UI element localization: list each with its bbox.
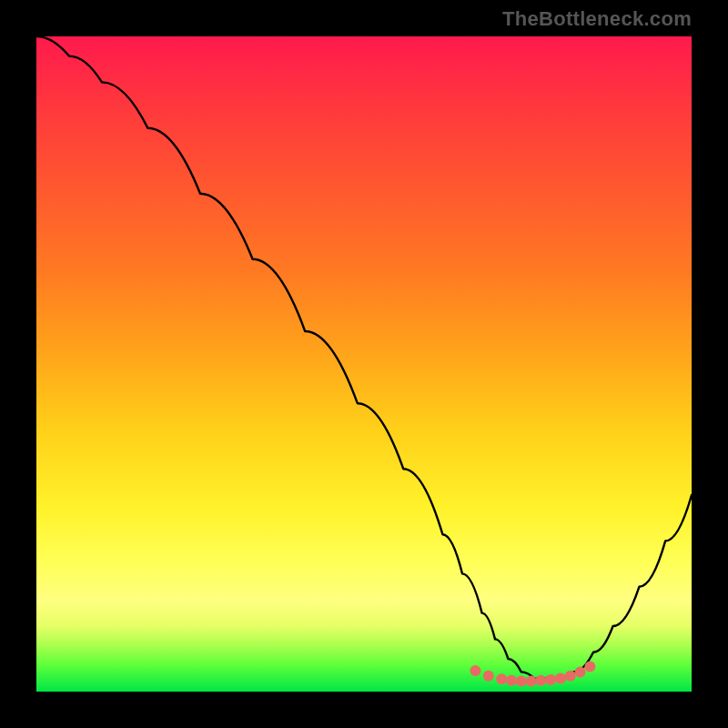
watermark-text: TheBottleneck.com: [502, 7, 692, 31]
chart-svg: [36, 36, 692, 692]
highlight-dot: [526, 676, 537, 687]
highlight-dot: [584, 662, 595, 672]
plot-area: [36, 36, 692, 692]
highlight-dots: [470, 662, 595, 687]
highlight-dot: [516, 676, 527, 687]
highlight-dot: [535, 675, 546, 686]
highlight-dot: [483, 671, 494, 682]
chart-frame: TheBottleneck.com: [0, 0, 728, 728]
highlight-dot: [565, 671, 576, 682]
highlight-dot: [575, 666, 586, 677]
highlight-dot: [545, 674, 556, 685]
highlight-dot: [506, 675, 517, 686]
highlight-dot: [470, 665, 480, 676]
highlight-dot: [555, 673, 566, 684]
bottleneck-curve: [36, 36, 692, 679]
highlight-dot: [496, 673, 507, 684]
